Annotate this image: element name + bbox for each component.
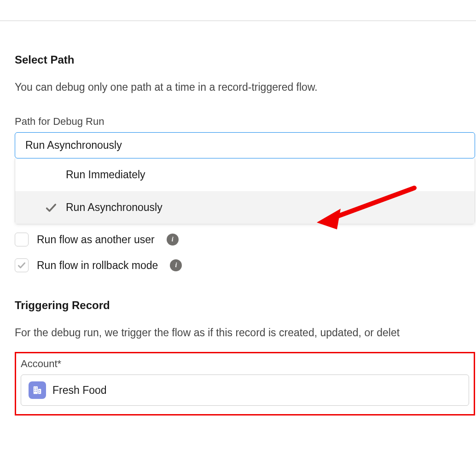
svg-rect-6 bbox=[35, 391, 35, 392]
path-field-label: Path for Debug Run bbox=[15, 116, 476, 128]
account-entity-icon bbox=[29, 381, 46, 399]
info-icon[interactable]: i bbox=[170, 259, 182, 271]
rollback-mode-label: Run flow in rollback mode bbox=[37, 259, 158, 272]
svg-rect-5 bbox=[36, 389, 37, 390]
run-as-user-row: Run flow as another user i bbox=[15, 233, 476, 246]
dropdown-option-run-asynchronously[interactable]: Run Asynchronously bbox=[15, 191, 475, 224]
triggering-record-description: For the debug run, we trigger the flow a… bbox=[15, 327, 476, 339]
account-lookup[interactable]: Fresh Food bbox=[21, 374, 469, 406]
dropdown-option-run-immediately[interactable]: Run Immediately bbox=[15, 158, 475, 191]
rollback-mode-row: Run flow in rollback mode i bbox=[15, 258, 476, 272]
info-icon-glyph: i bbox=[172, 236, 174, 243]
info-icon[interactable]: i bbox=[167, 234, 179, 246]
path-combobox[interactable]: Run Asynchronously bbox=[15, 132, 475, 158]
dropdown-option-label: Run Immediately bbox=[66, 169, 145, 181]
check-icon bbox=[45, 201, 58, 214]
account-lookup-value: Fresh Food bbox=[52, 384, 107, 397]
account-field-label: Account* bbox=[21, 358, 469, 370]
select-path-description: You can debug only one path at a time in… bbox=[15, 81, 476, 94]
svg-rect-1 bbox=[38, 389, 41, 394]
svg-rect-0 bbox=[34, 386, 38, 394]
triggering-record-title: Triggering Record bbox=[15, 299, 476, 312]
select-path-title: Select Path bbox=[15, 53, 476, 66]
rollback-mode-checkbox[interactable] bbox=[15, 258, 29, 272]
svg-rect-3 bbox=[36, 388, 37, 389]
dropdown-option-label: Run Asynchronously bbox=[66, 201, 163, 213]
svg-rect-2 bbox=[35, 388, 35, 389]
svg-rect-9 bbox=[39, 392, 40, 393]
path-combobox-value: Run Asynchronously bbox=[25, 139, 122, 151]
svg-rect-8 bbox=[39, 390, 40, 391]
svg-rect-4 bbox=[35, 389, 35, 390]
content-area: Select Path You can debug only one path … bbox=[0, 21, 476, 415]
account-highlight-box: Account* Fresh Food bbox=[15, 352, 475, 415]
run-as-user-label: Run flow as another user bbox=[37, 234, 155, 246]
svg-rect-7 bbox=[36, 391, 37, 392]
run-as-user-checkbox[interactable] bbox=[15, 233, 29, 246]
path-dropdown: Run Immediately Run Asynchronously bbox=[15, 158, 475, 224]
info-icon-glyph: i bbox=[175, 262, 177, 269]
